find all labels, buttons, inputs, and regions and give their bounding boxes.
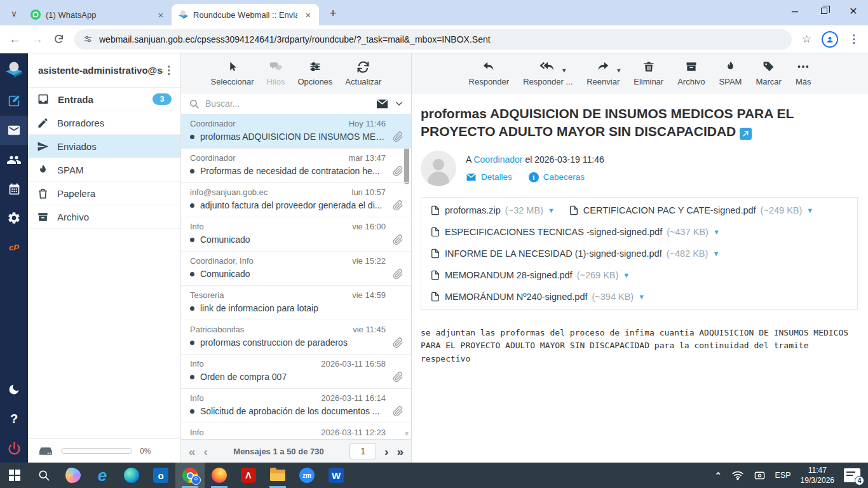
message-row[interactable]: Coordinador Hoy 11:46 proformas ADQUISIC…	[181, 114, 411, 149]
forward-dropdown-icon[interactable]	[617, 67, 620, 74]
tab-roundcube[interactable]: Roundcube Webmail :: Enviados	[172, 4, 319, 25]
folder-entrada[interactable]: Entrada 3	[28, 88, 180, 111]
mail-nav-button[interactable]	[0, 116, 28, 145]
reply-button[interactable]: Responder	[469, 59, 510, 89]
attachment-dropdown-icon[interactable]	[623, 271, 630, 279]
spam-button[interactable]: SPAM	[719, 59, 742, 89]
tab-close-icon[interactable]	[155, 9, 166, 20]
calendar-nav-button[interactable]	[0, 174, 28, 203]
attachment-item[interactable]: MEMORÁNDUM Nº240-signed.pdf (~394 KB)	[426, 286, 655, 308]
browser-menu-icon[interactable]	[848, 32, 859, 46]
more-button[interactable]: Más	[796, 59, 811, 89]
search-input[interactable]	[205, 98, 370, 109]
acrobat-button[interactable]	[234, 463, 263, 488]
open-in-new-window-icon[interactable]	[740, 128, 752, 140]
attachment-dropdown-icon[interactable]	[638, 293, 645, 301]
message-row[interactable]: Info 2026-03-11 12:23	[181, 423, 411, 439]
tab-whatsapp[interactable]: (1) WhatsApp	[24, 4, 172, 25]
browser-profile-icon[interactable]	[822, 31, 838, 48]
new-tab-button[interactable]	[324, 4, 342, 22]
close-button[interactable]	[839, 0, 868, 22]
attachment-item[interactable]: MEMORANDUM 28-signed.pdf (~269 KB)	[426, 264, 640, 286]
first-page-icon[interactable]: «	[189, 445, 196, 458]
copilot-button[interactable]	[58, 463, 88, 488]
tab-close-icon[interactable]	[302, 9, 314, 20]
attachment-dropdown-icon[interactable]	[806, 207, 813, 214]
message-row[interactable]: info@sanjuan.gob.ec lun 10:57 adjunto fa…	[181, 183, 411, 217]
headers-toggle[interactable]: Cabeceras	[529, 172, 585, 182]
edge-button[interactable]	[117, 463, 146, 488]
wifi-icon[interactable]	[731, 470, 744, 480]
word-button[interactable]	[322, 463, 351, 488]
bookmark-star-icon[interactable]	[802, 32, 811, 46]
notification-center-icon[interactable]: 4	[844, 468, 860, 482]
minimize-button[interactable]	[780, 0, 810, 22]
reply-all-button[interactable]: Responder ...	[523, 59, 573, 89]
maximize-button[interactable]	[810, 0, 839, 22]
prev-page-icon[interactable]: ‹	[204, 445, 208, 458]
message-row[interactable]: Info vie 16:00 Comunicado	[181, 217, 411, 252]
internet-explorer-button[interactable]	[88, 463, 117, 488]
meet-now-icon[interactable]	[754, 470, 766, 480]
message-row[interactable]: Tesoreria vie 14:59 link de informacion …	[181, 286, 411, 320]
message-row[interactable]: Patriciabonifas vie 11:45 proformas cons…	[181, 320, 411, 355]
attachment-item[interactable]: ESPECIFICACIONES TECNICAS -signed-signed…	[426, 221, 730, 243]
start-button[interactable]	[0, 463, 29, 488]
folder-papelera[interactable]: Papelera	[28, 182, 180, 205]
file-explorer-button[interactable]	[263, 463, 292, 488]
site-settings-icon[interactable]	[83, 34, 93, 44]
settings-nav-button[interactable]	[0, 203, 28, 233]
reply-icon	[480, 60, 497, 74]
logout-power-button[interactable]	[0, 433, 28, 463]
last-page-icon[interactable]: »	[397, 445, 403, 458]
recipient-link[interactable]: Coordinador	[473, 154, 522, 165]
forward-icon[interactable]: →	[31, 33, 43, 45]
folder-enviados[interactable]: Enviados	[28, 135, 180, 158]
folder-borradores[interactable]: Borradores	[28, 111, 180, 135]
search-scope-mail-icon[interactable]	[376, 98, 389, 109]
message-row[interactable]: Coordinador mar 13:47 Proformas de neces…	[181, 149, 411, 183]
reply-all-dropdown-icon[interactable]	[562, 67, 566, 74]
language-indicator[interactable]: ESP	[775, 471, 791, 480]
folder-archivo[interactable]: Archivo	[28, 205, 180, 229]
tab-search-icon[interactable]	[5, 4, 23, 22]
message-row[interactable]: Info 2026-03-11 16:14 Solicitud de aprob…	[181, 389, 411, 423]
refresh-button[interactable]: Actualizar	[345, 59, 381, 89]
forward-button[interactable]: Reenviar	[587, 59, 620, 89]
tray-expand-icon[interactable]	[715, 471, 722, 480]
mark-button[interactable]: Marcar	[756, 59, 781, 89]
attachment-item[interactable]: INFORME DE LA NECESIDAD (1)-signed-signe…	[426, 243, 729, 264]
url-bar[interactable]: webmail.sanjuan.gob.ec/cpsess3094124641/…	[74, 29, 792, 50]
delete-button[interactable]: Eliminar	[634, 59, 663, 89]
folder-spam[interactable]: SPAM	[28, 158, 180, 182]
attachment-dropdown-icon[interactable]	[548, 207, 555, 214]
message-row[interactable]: Coordinador, Info vie 15:22 Comunicado	[181, 252, 411, 286]
select-button[interactable]: Seleccionar	[211, 59, 254, 89]
reload-icon[interactable]	[53, 34, 64, 44]
options-button[interactable]: Opciones	[297, 59, 332, 89]
next-page-icon[interactable]: ›	[384, 445, 388, 458]
firefox-button[interactable]	[205, 463, 234, 488]
contacts-nav-button[interactable]	[0, 145, 28, 174]
taskbar-search-button[interactable]	[29, 463, 58, 488]
details-toggle[interactable]: Detalles	[466, 172, 512, 182]
back-icon[interactable]: ←	[9, 33, 21, 45]
zoom-button[interactable]	[292, 463, 322, 488]
archive-button[interactable]: Archivo	[677, 59, 705, 89]
search-options-chevron-icon[interactable]	[395, 99, 403, 108]
threads-button[interactable]: Hilos	[267, 59, 285, 89]
page-number-input[interactable]	[349, 443, 376, 459]
outlook-button[interactable]	[146, 463, 175, 488]
chrome-button[interactable]	[175, 463, 205, 488]
account-menu-icon[interactable]	[163, 64, 174, 77]
attachment-dropdown-icon[interactable]	[713, 228, 720, 236]
dark-mode-moon-icon[interactable]	[0, 375, 28, 404]
message-row[interactable]: Info 2026-03-11 16:58 Orden de compra 00…	[181, 355, 411, 389]
attachment-dropdown-icon[interactable]	[712, 250, 719, 257]
taskbar-clock[interactable]: 11:47 19/3/2026	[801, 465, 834, 485]
help-button[interactable]	[0, 404, 28, 433]
attachment-item[interactable]: proformas.zip (~32 MB)	[426, 200, 565, 221]
compose-button[interactable]	[0, 86, 28, 116]
attachment-item[interactable]: CERTIFICACION PAC Y CATE-signed.pdf (~24…	[565, 200, 824, 221]
cpanel-logo[interactable]	[0, 233, 28, 262]
